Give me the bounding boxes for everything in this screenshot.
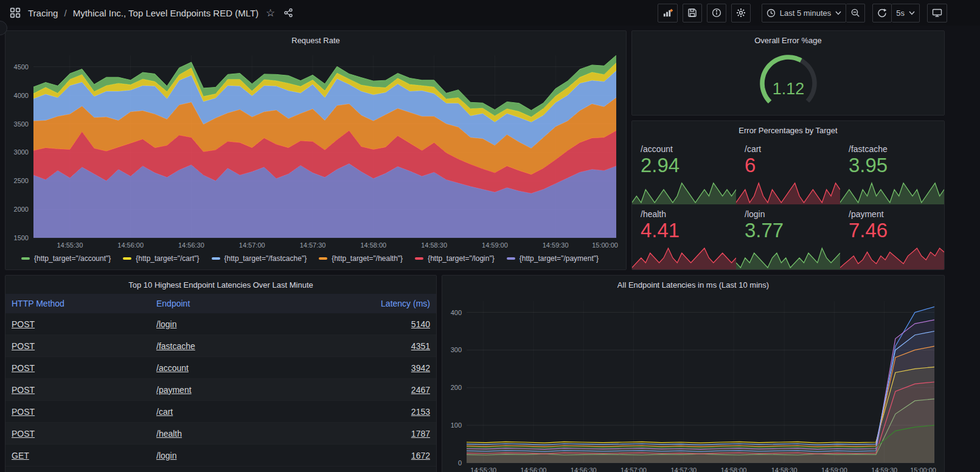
table-cell-latency: 1672 [327,451,436,460]
y-axis-tick-label: 4000 [14,92,29,99]
table-link-latency[interactable]: 5140 [411,319,430,329]
latency-series-line [467,367,934,443]
table-link-method[interactable]: POST [12,429,35,439]
x-axis-tick-label: 14:56:30 [178,241,204,249]
stat-cell-payment: /payment7.46 [840,204,944,269]
save-dashboard-button[interactable] [683,4,702,23]
table-cell-method: GET [5,451,150,460]
table-cell-latency: 2467 [327,385,436,395]
table-link-endpoint[interactable]: /cart [156,407,173,417]
legend-item[interactable]: {http_target="/account"} [21,254,111,263]
time-range-picker[interactable]: Last 5 minutes [762,4,847,23]
legend-series-marker [123,257,131,260]
request-rate-chart: 150020002500300035004000450014:55:3014:5… [5,49,626,251]
table-link-latency[interactable]: 1672 [411,451,430,460]
stat-sparkline [840,179,944,204]
column-header-latency[interactable]: Latency (ms) [327,294,436,313]
dashboard-settings-button[interactable] [731,4,751,23]
chevron-down-icon [909,11,915,15]
table-link-latency[interactable]: 1787 [411,429,430,439]
stat-sparkline [736,244,840,269]
legend-series-marker [21,257,30,260]
panel-title-overall-error[interactable]: Overall Error %age [632,31,944,49]
zoom-out-button[interactable] [846,4,865,23]
stat-label: /health [641,209,736,219]
table-cell-endpoint: /login [150,319,327,329]
legend-item[interactable]: {http_target="/login"} [415,254,495,263]
panel-overall-error: Overall Error %age 1.12 [631,30,945,116]
column-header-method[interactable]: HTTP Method [5,294,150,313]
column-header-endpoint[interactable]: Endpoint [150,294,327,313]
panel-title-all-latencies[interactable]: All Endpoint Latencies in ms (Last 10 mi… [442,276,944,294]
x-axis-tick-label: 14:59:30 [871,467,897,472]
table-link-latency[interactable]: 4351 [411,341,430,351]
all-latencies-svg: 010020030040014:55:3014:56:0014:56:3014:… [442,294,944,472]
latency-table: HTTP MethodEndpointLatency (ms) POST/log… [5,294,436,472]
table-link-endpoint[interactable]: /login [156,319,176,329]
table-cell-latency: 5140 [327,319,436,329]
apps-grid-icon[interactable] [9,6,22,19]
refresh-button[interactable] [872,4,892,23]
table-cell-endpoint: /health [150,429,327,439]
table-link-endpoint[interactable]: /login [156,451,176,460]
stat-label: /fastcache [849,144,944,154]
table-cell-endpoint: /account [150,363,327,373]
x-axis-tick-label: 15:00:00 [592,241,618,249]
legend-item[interactable]: {http_target="/payment"} [507,254,599,263]
table-link-method[interactable]: POST [12,319,35,329]
stat-cell-account: /account2.94 [632,139,736,204]
table-row: POST/account3942 [5,357,436,379]
table-link-latency[interactable]: 2467 [411,385,430,395]
panel-error-by-target: Error Percentages by Target /account2.94… [631,120,945,270]
table-link-method[interactable]: POST [12,363,35,373]
table-link-method[interactable]: POST [12,385,35,395]
legend-series-label: {http_target="/payment"} [520,254,599,263]
cycle-view-button[interactable] [927,4,947,23]
dashboard-insights-button[interactable] [707,4,726,23]
table-link-endpoint[interactable]: /fastcache [156,341,195,351]
table-link-endpoint[interactable]: /account [156,363,189,373]
panel-title-latency-table[interactable]: Top 10 Highest Endpoint Latencies Over L… [5,276,436,294]
star-icon[interactable]: ☆ [265,7,276,19]
clock-icon [766,9,776,18]
legend-item[interactable]: {http_target="/cart"} [123,254,199,263]
panel-all-latencies: All Endpoint Latencies in ms (Last 10 mi… [442,275,945,472]
zoom-out-icon [850,8,860,18]
x-axis-tick-label: 14:56:00 [521,467,547,472]
add-panel-button[interactable] [658,4,678,23]
error-stats-grid: /account2.94/cart6/fastcache3.95/health4… [632,139,944,269]
stat-label: /payment [849,209,944,219]
x-axis-tick-label: 14:58:30 [771,467,798,472]
table-row: POST/cart2153 [5,401,436,423]
x-axis-tick-label: 14:55:30 [57,241,83,249]
table-row: POST/fastcache4351 [5,335,436,357]
stat-value: 2.94 [641,154,736,177]
table-link-method[interactable]: POST [12,341,35,351]
legend-item[interactable]: {http_target="/health"} [319,254,403,263]
panel-title-error-by-target[interactable]: Error Percentages by Target [632,121,944,139]
panel-latency-table: Top 10 Highest Endpoint Latencies Over L… [5,275,437,472]
refresh-interval-dropdown[interactable]: 5s [892,4,920,23]
table-row: POST/payment2467 [5,379,436,401]
stat-label: /login [745,209,840,219]
table-link-latency[interactable]: 2153 [411,407,430,417]
panel-title-request-rate[interactable]: Request Rate [5,31,626,49]
table-link-method[interactable]: POST [12,407,35,417]
dashboard-title: Mythical Inc., Top Level Endpoints RED (… [73,8,259,18]
share-icon[interactable] [282,7,294,19]
chevron-down-icon [835,11,841,15]
table-link-endpoint[interactable]: /health [156,429,182,439]
overall-error-gauge: 1.12 [632,49,944,115]
table-link-method[interactable]: GET [12,451,29,460]
x-axis-tick-label: 14:57:00 [239,241,265,249]
legend-series-marker [507,257,515,260]
breadcrumb-app[interactable]: Tracing [28,8,58,18]
table-link-latency[interactable]: 3942 [411,363,430,373]
table-link-endpoint[interactable]: /payment [156,385,192,395]
request-rate-legend: {http_target="/account"}{http_target="/c… [5,251,626,269]
y-axis-tick-label: 100 [451,422,462,429]
all-latencies-chart: 010020030040014:55:3014:56:0014:56:3014:… [442,294,944,472]
add-panel-icon [662,8,673,18]
dashboard-grid: Request Rate 150020002500300035004000450… [0,26,980,472]
legend-item[interactable]: {http_target="/fastcache"} [212,254,307,263]
